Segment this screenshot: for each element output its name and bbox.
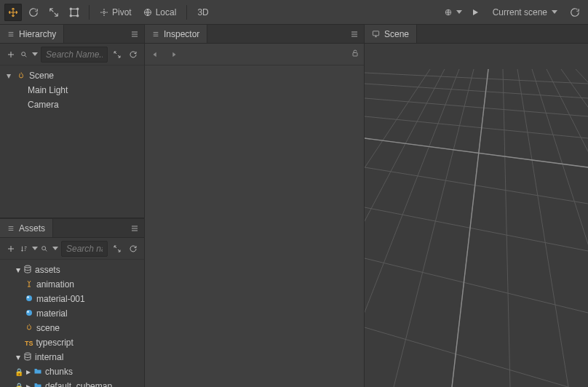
hierarchy-refresh-button[interactable] bbox=[127, 46, 140, 63]
inspector-lock-toggle[interactable] bbox=[351, 49, 359, 60]
svg-point-11 bbox=[26, 295, 32, 301]
chevron-down-icon[interactable]: ▾ bbox=[4, 71, 13, 81]
inspector-title: Inspector bbox=[164, 29, 199, 39]
hierarchy-node-label: Scene bbox=[29, 71, 54, 81]
refresh-preview-button[interactable] bbox=[566, 4, 584, 21]
local-toggle[interactable]: Local bbox=[139, 4, 181, 21]
scene-viewport[interactable] bbox=[365, 44, 588, 387]
list-icon bbox=[7, 31, 15, 38]
hierarchy-collapse-button[interactable] bbox=[111, 46, 124, 63]
local-label: Local bbox=[156, 7, 177, 17]
inspector-body bbox=[145, 65, 364, 387]
svg-point-5 bbox=[103, 11, 106, 13]
chevron-right-icon[interactable]: ▸ bbox=[26, 367, 31, 377]
scene-selector-label: Current scene bbox=[493, 7, 547, 17]
left-column: Hierarchy ▾ bbox=[0, 25, 144, 387]
rect-tool-button[interactable] bbox=[65, 4, 83, 21]
viewport-grid bbox=[365, 44, 588, 387]
asset-label: internal bbox=[35, 352, 63, 362]
chevron-right-icon[interactable]: ▸ bbox=[26, 381, 31, 387]
main-area: Hierarchy ▾ bbox=[0, 25, 588, 387]
asset-label: assets bbox=[35, 265, 60, 275]
hierarchy-node-child[interactable]: Camera bbox=[0, 97, 144, 112]
asset-item[interactable]: TS typescript bbox=[0, 335, 144, 350]
inspector-panel-menu[interactable] bbox=[345, 25, 364, 43]
database-icon bbox=[23, 265, 32, 276]
lock-icon: 🔒 bbox=[15, 383, 23, 388]
asset-item[interactable]: scene bbox=[0, 321, 144, 335]
chevron-down-icon[interactable]: ▾ bbox=[16, 265, 20, 275]
scale-tool-button[interactable] bbox=[45, 4, 63, 21]
svg-point-15 bbox=[25, 353, 31, 355]
rotate-tool-button[interactable] bbox=[25, 4, 42, 21]
hierarchy-node-scene[interactable]: ▾ Scene bbox=[0, 68, 144, 83]
asset-label: typescript bbox=[36, 338, 74, 348]
pivot-label: Pivot bbox=[112, 7, 132, 17]
scene-column: Scene bbox=[365, 25, 588, 387]
assets-refresh-button[interactable] bbox=[127, 240, 140, 258]
asset-item[interactable]: material bbox=[0, 306, 144, 321]
scene-tabs: Scene bbox=[365, 25, 588, 44]
svg-point-14 bbox=[27, 311, 29, 313]
material-icon bbox=[25, 308, 33, 319]
assets-search-dropdown[interactable] bbox=[41, 240, 58, 258]
main-toolbar: Pivot Local 3D Current scene bbox=[0, 0, 588, 25]
svg-point-10 bbox=[25, 266, 31, 268]
toolbar-left-group: Pivot Local 3D bbox=[4, 4, 213, 21]
assets-collapse-button[interactable] bbox=[111, 240, 124, 258]
hierarchy-title: Hierarchy bbox=[19, 29, 56, 39]
animation-icon bbox=[25, 279, 33, 290]
tab-hierarchy[interactable]: Hierarchy bbox=[0, 25, 64, 43]
assets-panel-menu[interactable] bbox=[125, 219, 144, 237]
assets-add-button[interactable] bbox=[4, 240, 17, 258]
svg-point-8 bbox=[22, 52, 25, 55]
assets-sort-dropdown[interactable] bbox=[20, 240, 38, 258]
svg-rect-16 bbox=[353, 53, 357, 57]
list-icon bbox=[152, 31, 159, 38]
svg-point-2 bbox=[77, 8, 79, 9]
pivot-toggle[interactable]: Pivot bbox=[95, 4, 136, 21]
svg-rect-17 bbox=[373, 31, 378, 36]
hierarchy-toolbar bbox=[0, 44, 144, 65]
assets-title: Assets bbox=[19, 223, 45, 234]
asset-label: scene bbox=[36, 323, 60, 333]
tab-inspector[interactable]: Inspector bbox=[145, 25, 207, 43]
asset-label: material bbox=[36, 308, 68, 319]
chevron-down-icon[interactable]: ▾ bbox=[16, 352, 20, 362]
move-tool-button[interactable] bbox=[4, 4, 22, 21]
tab-scene[interactable]: Scene bbox=[365, 25, 417, 43]
asset-label: default_cubemap bbox=[45, 381, 112, 387]
toolbar-separator bbox=[186, 5, 187, 20]
hierarchy-node-child[interactable]: Main Light bbox=[0, 83, 144, 97]
hierarchy-search-dropdown[interactable] bbox=[20, 46, 38, 63]
inspector-back-button[interactable] bbox=[149, 46, 161, 63]
hierarchy-panel-menu[interactable] bbox=[125, 25, 144, 43]
asset-folder[interactable]: 🔒 ▸ chunks bbox=[0, 364, 144, 379]
scene-selector-dropdown[interactable]: Current scene bbox=[488, 4, 562, 21]
hierarchy-add-button[interactable] bbox=[4, 46, 17, 63]
tab-assets[interactable]: Assets bbox=[0, 219, 53, 237]
svg-rect-0 bbox=[71, 9, 77, 15]
asset-label: animation bbox=[36, 279, 74, 290]
scene-title: Scene bbox=[384, 29, 409, 39]
asset-item[interactable]: material-001 bbox=[0, 292, 144, 306]
asset-folder[interactable]: 🔒 ▸ default_cubemap bbox=[0, 379, 144, 387]
lock-icon: 🔒 bbox=[15, 368, 23, 376]
toolbar-separator bbox=[89, 5, 90, 20]
inspector-toolbar bbox=[145, 44, 364, 65]
hierarchy-node-label: Camera bbox=[28, 100, 59, 110]
play-button[interactable] bbox=[466, 4, 484, 21]
monitor-icon bbox=[372, 30, 380, 38]
assets-folder-root[interactable]: ▾ assets bbox=[0, 263, 144, 277]
inspector-forward-button[interactable] bbox=[168, 46, 180, 63]
asset-item[interactable]: animation bbox=[0, 277, 144, 292]
hierarchy-search-input[interactable] bbox=[41, 47, 108, 63]
assets-search-input[interactable] bbox=[61, 241, 108, 257]
preview-target-dropdown[interactable] bbox=[445, 4, 462, 21]
database-icon bbox=[23, 352, 32, 363]
hierarchy-tabs: Hierarchy bbox=[0, 25, 144, 44]
assets-folder-internal[interactable]: ▾ internal bbox=[0, 350, 144, 364]
mode-3d-toggle[interactable]: 3D bbox=[193, 4, 212, 21]
typescript-icon: TS bbox=[25, 338, 33, 348]
svg-point-4 bbox=[77, 15, 79, 16]
